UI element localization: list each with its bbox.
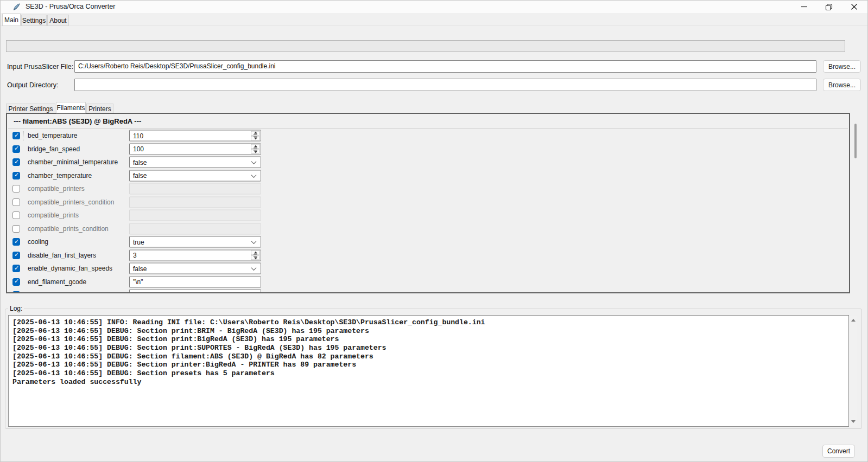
param-label: compatible_prints_condition [28,225,109,233]
param-label: compatible_prints [28,211,79,219]
param-checkbox[interactable] [12,211,20,219]
output-dir-field[interactable] [74,79,816,91]
param-row: ✓ bed_temperature 110 [7,129,849,143]
log-output[interactable]: [2025-06-13 10:46:55] INFO: Reading INI … [8,315,849,427]
spin-up-icon[interactable] [251,131,260,136]
spin-down-icon[interactable] [251,149,260,154]
app-feather-icon [12,3,21,11]
tab-filaments[interactable]: Filaments [56,102,86,113]
param-row: compatible_printers [7,182,849,196]
param-label: chamber_temperature [28,172,92,179]
param-checkbox[interactable] [12,198,20,206]
param-spinbox[interactable]: 100 [129,143,261,155]
param-combobox[interactable]: false [129,157,261,168]
param-row: compatible_prints_condition [7,222,849,235]
param-checkbox[interactable]: ✓ [12,252,20,259]
log-line: [2025-06-13 10:46:55] DEBUG: Section pri… [12,361,848,369]
progress-bar [6,40,845,52]
restore-icon [825,3,833,11]
param-row: ✓ extrusion_multiplier true [7,288,849,293]
param-label: bridge_fan_speed [28,145,80,153]
spin-up-icon[interactable] [251,144,260,149]
param-entry [129,210,261,221]
log-line: [2025-06-13 10:46:55] DEBUG: Section pri… [12,344,848,352]
param-row: ✓ end_filament_gcode "\n" [7,275,849,288]
param-entry [129,183,261,195]
tab-main[interactable]: Main [2,14,21,26]
param-checkbox[interactable]: ✓ [12,132,20,139]
param-entry[interactable]: "\n" [129,276,261,287]
param-combobox[interactable]: true [129,236,261,248]
param-row: ✓ disable_fan_first_layers 3 [7,248,849,262]
param-label: end_filament_gcode [28,278,86,286]
param-label: compatible_printers_condition [28,198,114,206]
param-checkbox[interactable] [12,185,20,193]
tab-about[interactable]: About [47,15,69,26]
spin-up-icon[interactable] [251,251,260,255]
param-checkbox[interactable]: ✓ [12,238,20,246]
param-label: extrusion_multiplier [28,291,84,293]
param-row: ✓ bridge_fan_speed 100 [7,142,849,156]
log-scrollbar[interactable] [850,316,857,426]
param-row: compatible_prints [7,209,849,222]
param-checkbox[interactable]: ✓ [12,265,20,272]
main-tabstrip: Main Settings About [1,13,867,26]
filament-section-header: --- filament:ABS (SE3D) @ BigRedA --- [14,117,141,125]
tab-printer-settings[interactable]: Printer Settings [6,104,55,113]
param-label: chamber_minimal_temperature [28,158,118,166]
param-row: ✓ chamber_temperature false [7,169,849,182]
param-row: compatible_printers_condition [7,195,849,209]
param-checkbox[interactable]: ✓ [12,172,20,179]
spin-down-icon[interactable] [251,255,260,260]
window-title: SE3D - Prusa/Orca Converter [26,3,115,10]
param-entry [129,223,261,234]
param-checkbox[interactable]: ✓ [12,291,20,293]
chevron-down-icon[interactable] [251,239,257,244]
param-spinbox[interactable]: 110 [129,130,261,142]
spin-down-icon[interactable] [251,136,260,140]
close-icon [851,3,858,10]
param-row: ✓ enable_dynamic_fan_speeds false [7,262,849,275]
title-bar: SE3D - Prusa/Orca Converter [1,1,867,13]
tab-printers[interactable]: Printers [86,104,113,113]
tab-settings[interactable]: Settings [21,15,47,26]
input-file-field[interactable]: C:/Users/Roberto Reis/Desktop/SE3D/Prusa… [74,60,816,73]
restore-button[interactable] [816,1,841,13]
param-spinbox[interactable]: 3 [129,249,261,261]
browse-output-button[interactable]: Browse... [823,79,861,91]
convert-button[interactable]: Convert [822,445,855,458]
panel-scrollbar[interactable] [854,124,857,158]
close-button[interactable] [841,1,866,13]
log-line: Parameters loaded successfully [12,378,848,387]
log-line: [2025-06-13 10:46:55] DEBUG: Section pri… [12,335,848,344]
param-entry [129,196,261,208]
log-line: [2025-06-13 10:46:55] INFO: Reading INI … [12,318,848,327]
input-file-label: Input PrusaSlicer File: [7,63,73,70]
chevron-down-icon[interactable] [251,172,257,178]
param-checkbox[interactable]: ✓ [12,158,20,166]
minimize-icon [801,3,808,10]
param-label: disable_fan_first_layers [28,252,96,259]
log-line: [2025-06-13 10:46:55] DEBUG: Section pri… [12,327,848,336]
output-dir-label: Output Directory: [7,81,58,89]
param-label: enable_dynamic_fan_speeds [28,265,112,272]
focus-indicator [23,131,23,140]
param-combobox[interactable]: false [129,170,261,181]
param-label: cooling [28,238,48,246]
log-line: [2025-06-13 10:46:55] DEBUG: Section fil… [12,352,848,361]
param-combobox[interactable]: true [129,290,261,294]
param-checkbox[interactable]: ✓ [12,145,20,153]
scroll-up-icon[interactable] [851,319,856,322]
chevron-down-icon[interactable] [251,159,257,164]
param-row: ✓ cooling true [7,235,849,249]
param-checkbox[interactable]: ✓ [12,278,20,286]
scroll-down-icon[interactable] [851,420,856,423]
minimize-button[interactable] [791,1,816,13]
param-row: ✓ chamber_minimal_temperature false [7,156,849,169]
chevron-down-icon[interactable] [251,292,257,293]
browse-input-button[interactable]: Browse... [823,60,861,73]
param-checkbox[interactable] [12,225,20,233]
param-combobox[interactable]: false [129,263,261,274]
chevron-down-icon[interactable] [251,265,257,271]
param-label: compatible_printers [28,185,85,193]
